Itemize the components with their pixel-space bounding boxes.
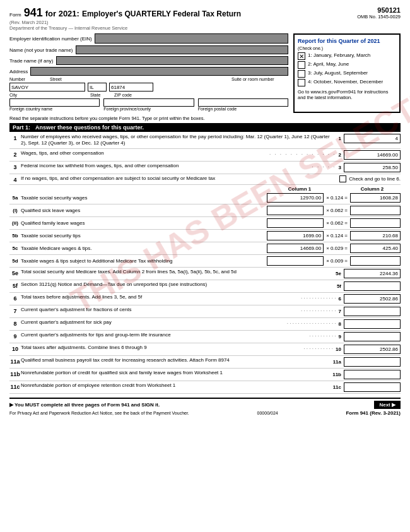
line-5d-col1[interactable] xyxy=(267,256,324,266)
quarter-option-4[interactable]: 4: October, November, December xyxy=(298,79,396,86)
name-row: Name (not your trade name) xyxy=(9,45,288,54)
for-year: for 2021: xyxy=(45,9,79,18)
line-11a-answer[interactable] xyxy=(344,357,401,367)
line-5aii-col1[interactable] xyxy=(267,218,324,228)
line-5b-multiply: × 0.124 = xyxy=(326,233,348,239)
line-4-desc: If no wages, tips, and other compensatio… xyxy=(21,175,334,181)
line-10-desc: Total taxes after adjustments. Combine l… xyxy=(21,345,301,350)
line-5b-col2[interactable]: 210.68 xyxy=(350,231,401,240)
line-1-answer[interactable]: 4 xyxy=(344,134,401,143)
foreign-country-input[interactable] xyxy=(9,98,100,107)
line-5d-multiply: × 0.009 = xyxy=(326,258,348,264)
line-5aii-num: (ii) xyxy=(9,220,21,226)
line-5e-row: 5e Total social security and Medicare ta… xyxy=(9,269,401,280)
check-note: (Check one.) xyxy=(298,46,396,50)
foreign-postal-input[interactable] xyxy=(198,98,288,107)
line-11a-num: 11a xyxy=(9,357,21,365)
col-headers-row: Column 1 Column 2 xyxy=(9,186,401,192)
line-9-answer[interactable] xyxy=(344,332,401,341)
line-5a-ii-row: (ii) Qualified family leave wages × 0.06… xyxy=(9,218,401,230)
line-10-num: 10 xyxy=(9,345,21,352)
zip-input[interactable]: 61874 xyxy=(109,83,153,92)
line-4-checkbox[interactable] xyxy=(339,175,346,182)
line-2-num: 2 xyxy=(9,150,21,158)
line-6-desc: Total taxes before adjustments. Add line… xyxy=(21,294,298,300)
line-1-row: 1 Number of employees who received wages… xyxy=(9,134,401,149)
foreign-postal-label: Foreign postal code xyxy=(198,107,288,111)
quarter-3-label: 3: July, August, September xyxy=(308,70,368,76)
line-5b-col1[interactable]: 1699.00 xyxy=(267,231,324,240)
ein-input[interactable] xyxy=(95,33,288,44)
quarter-4-checkbox[interactable] xyxy=(298,79,305,86)
next-button[interactable]: Next ▶ xyxy=(374,401,401,409)
ein-label: Employer identification number (EIN) xyxy=(9,36,92,42)
report-quarter-box: Report for this Quarter of 2021 (Check o… xyxy=(293,33,401,113)
line-11c-answer[interactable] xyxy=(344,382,401,392)
quarter-1-label: 1: January, February, March xyxy=(308,52,370,58)
line-3-answer[interactable]: 258.50 xyxy=(344,163,401,172)
line-10-answer[interactable]: 2502.86 xyxy=(344,345,401,354)
line-7-dots: . . . . . . . . . . . . . xyxy=(301,307,336,312)
line-5e-answer[interactable]: 2244.36 xyxy=(344,269,401,278)
street-label: Street xyxy=(50,77,229,81)
line-5d-desc: Taxable wages & tips subject to Addition… xyxy=(21,258,172,264)
line-5e-num: 5e xyxy=(9,269,21,276)
line-7-row: 7 Current quarter's adjustment for fract… xyxy=(9,307,401,318)
line-7-answer[interactable] xyxy=(344,307,401,316)
suite-label: Suite or room number xyxy=(231,77,288,81)
line-10-dots: . . . . . . . . . . . xyxy=(303,345,333,350)
line-11a-ref: 11a xyxy=(333,359,341,365)
address-label: Address xyxy=(9,69,28,74)
quarter-3-checkbox[interactable] xyxy=(298,70,305,78)
city-input[interactable]: SAVOY xyxy=(9,83,85,92)
line-3-desc: Federal income tax withheld from wages, … xyxy=(21,163,310,168)
line-6-row: 6 Total taxes before adjustments. Add li… xyxy=(9,294,401,305)
line-5d-col2[interactable] xyxy=(350,256,401,266)
foreign-province-input[interactable] xyxy=(103,98,194,107)
line-8-desc: Current quarter's adjustment for sick pa… xyxy=(21,319,284,325)
quarter-option-1[interactable]: ✕ 1: January, February, March xyxy=(298,52,396,60)
address-input[interactable] xyxy=(30,67,288,76)
line-8-answer[interactable] xyxy=(344,319,401,329)
line-5ai-col1[interactable] xyxy=(267,206,324,215)
form-ref: Form 941 (Rev. 3-2021) xyxy=(346,410,401,416)
line-5f-answer[interactable] xyxy=(344,281,401,291)
line-5c-num: 5c xyxy=(9,245,21,251)
line-2-row: 2 Wages, tips, and other compensation . … xyxy=(9,150,401,162)
line-5ai-col2[interactable] xyxy=(350,206,401,215)
line-11b-answer[interactable] xyxy=(344,370,401,379)
footer-bottom-row: For Privacy Act and Paperwork Reduction … xyxy=(9,410,401,416)
number-label: Number xyxy=(9,77,47,81)
line-11c-ref: 11c xyxy=(333,384,341,390)
footer-top-row: ▶ You MUST complete all three pages of F… xyxy=(9,401,401,409)
line-5a-col1[interactable]: 12970.00 xyxy=(267,193,324,203)
foreign-country-label: Foreign country name xyxy=(9,107,100,111)
state-input[interactable]: IL xyxy=(88,83,107,92)
line-8-dots: . . . . . . . . . . . . . . . . . . xyxy=(287,319,336,325)
line-5a-col2[interactable]: 1608.28 xyxy=(350,193,401,203)
line-7-num: 7 xyxy=(9,307,21,314)
line-5c-desc: Taxable Medicare wages & tips. xyxy=(21,245,97,251)
quarter-option-2[interactable]: 2: April, May, June xyxy=(298,61,396,69)
line-5d-row: 5d Taxable wages & tips subject to Addit… xyxy=(9,256,401,268)
quarter-1-checkbox[interactable]: ✕ xyxy=(298,52,305,60)
quarter-option-3[interactable]: 3: July, August, September xyxy=(298,70,396,78)
line-3-row: 3 Federal income tax withheld from wages… xyxy=(9,163,401,174)
address-section: Address Number Street Suite or room numb… xyxy=(9,67,288,111)
line-2-answer[interactable]: 14669.00 xyxy=(344,150,401,160)
quarter-2-checkbox[interactable] xyxy=(298,61,305,69)
name-input[interactable] xyxy=(76,45,289,54)
state-label: State xyxy=(90,93,109,97)
line-5aii-col2[interactable] xyxy=(350,218,401,228)
line-5c-col2[interactable]: 425.40 xyxy=(350,244,401,253)
line-6-answer[interactable]: 2502.86 xyxy=(344,294,401,304)
line-5aii-desc: Qualified family leave wages xyxy=(21,220,103,226)
line-5f-desc: Section 3121(q) Notice and Demand—Tax du… xyxy=(21,281,334,287)
trade-input[interactable] xyxy=(56,56,288,65)
form-number: 941 xyxy=(24,6,43,20)
name-label: Name (not your trade name) xyxy=(9,47,73,53)
line-5c-col1[interactable]: 14669.00 xyxy=(267,244,324,253)
line-9-row: 9 Current quarter's adjustments for tips… xyxy=(9,332,401,343)
form-dept: Department of the Treasury — Internal Re… xyxy=(9,25,241,31)
part1-header: Part 1: Answer these questions for this … xyxy=(9,123,401,132)
